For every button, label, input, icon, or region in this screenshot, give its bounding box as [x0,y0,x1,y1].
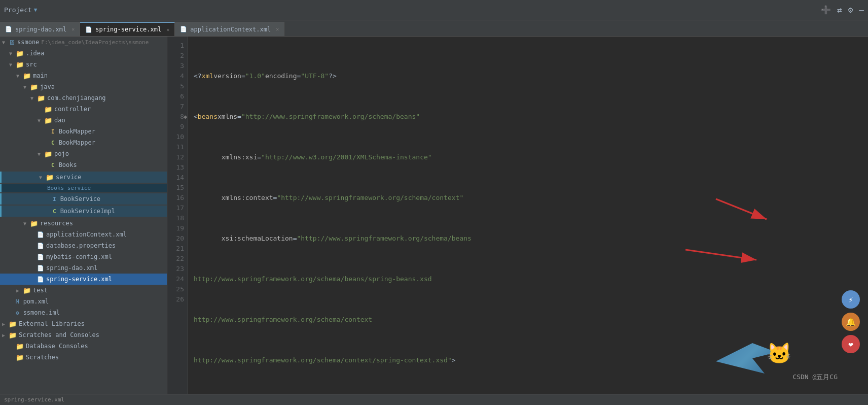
line-numbers: 1 2 3 4 5 6 7 8 9 10 11 12 13 14 15 16 1… [167,37,188,394]
sidebar-item-bookmapper-iface[interactable]: ▶ I BookMapper [0,126,167,137]
action-btn-2[interactable]: 🔔 [842,313,860,331]
com-folder-icon: 📁 [37,94,45,102]
tab-spring-dao[interactable]: 📄 spring-dao.xml ✕ [0,22,80,36]
code-line-8: http://www.springframework.org/schema/co… [194,355,862,365]
books-service-banner: Books service [0,184,167,192]
tabs-bar: 📄 spring-dao.xml ✕ 📄 spring-service.xml … [0,20,868,37]
status-text: spring-service.xml [4,396,64,403]
sidebar-item-iml[interactable]: ▶ ⚙ ssmone.iml [0,307,167,318]
csdn-watermark: CSDN @五月CG [792,373,838,382]
tab-spring-service-close[interactable]: ✕ [166,27,169,32]
sidebar-item-pojo[interactable]: ▼ 📁 pojo [0,148,167,159]
bm2-icon: C [51,140,55,146]
db-icon: 📄 [37,243,44,249]
mb-label: mybatis-config.xml [46,253,112,260]
com-arrow: ▼ [30,95,35,101]
sidebar-item-java[interactable]: ▼ 📁 java [0,81,167,92]
sidebar-item-springdao[interactable]: ▶ 📄 spring-dao.xml [0,262,167,274]
s-icon: 📁 [16,354,24,361]
tab-app-context-icon: 📄 [180,26,187,32]
service-arrow: ▼ [39,175,44,180]
tab-app-context[interactable]: 📄 applicationContext.xml ✕ [175,22,284,36]
dao-label: dao [54,117,65,124]
dao-folder-icon: 📁 [44,117,52,124]
sidebar-item-src[interactable]: ▼ 📁 src [0,59,167,70]
tab-spring-service[interactable]: 📄 spring-service.xml ✕ [80,22,175,36]
bs-label: BookService [60,195,100,203]
sidebar-item-dao[interactable]: ▼ 📁 dao [0,115,167,126]
sidebar-item-controller[interactable]: ▶ 📁 controller [0,104,167,115]
code-line-3: xmlns:xsi="http://www.w3.org/2001/XMLSch… [194,152,862,162]
sidebar-item-bookserviceimpl[interactable]: ▶ C BookServiceImpl [0,206,167,217]
tab-app-context-label: applicationContext.xml [190,26,271,33]
main-folder-icon: 📁 [23,72,31,80]
pom-icon: M [16,298,19,305]
sidebar-item-mybatis[interactable]: ▶ 📄 mybatis-config.xml [0,251,167,262]
dao-arrow: ▼ [38,118,43,123]
ss-icon: 📄 [37,276,44,283]
sync-icon[interactable]: ⇄ [837,5,842,15]
minimize-icon[interactable]: — [859,5,864,15]
tab-spring-service-icon: 📄 [85,26,92,33]
iml-label: ssmone.iml [23,309,60,316]
code-area[interactable]: <?xml version="1.0" encoding="UTF-8"?> ◆… [188,37,868,394]
sidebar-item-service[interactable]: ▼ 📁 service [0,172,167,183]
add-icon[interactable]: ➕ [821,5,831,15]
csdn-text: CSDN @五月CG [792,373,838,381]
sidebar-item-com[interactable]: ▼ 📁 com.chenjiangang [0,92,167,104]
s-label: Scratches [26,354,59,361]
sidebar-item-idea[interactable]: ▼ 📁 .idea [0,48,167,59]
root-path: F:\idea_code\IdeaProjects\ssmone [41,39,149,46]
sc-label: Scratches and Consoles [19,331,99,339]
bs-icon: I [53,196,56,203]
test-arrow: ▶ [16,288,21,293]
sidebar-item-database[interactable]: ▶ 📄 database.properties [0,240,167,251]
resources-folder-icon: 📁 [30,220,38,227]
resources-arrow: ▼ [23,221,28,226]
sidebar-item-extlibs[interactable]: ▶ 📁 External Libraries [0,318,167,329]
sidebar: ▼ 🖥 ssmone F:\idea_code\IdeaProjects\ssm… [0,37,167,394]
sidebar-item-scratches-consoles[interactable]: ▶ 📁 Scratches and Consoles [0,329,167,341]
main-label: main [33,72,48,79]
sidebar-item-appcontext[interactable]: ▶ 📄 applicationContext.xml [0,229,167,240]
sidebar-item-springservice[interactable]: ▶ 📄 spring-service.xml [0,274,167,285]
pom-label: pom.xml [23,298,49,305]
action-btn-1[interactable]: ⚡ [842,290,860,309]
bm2-label: BookMapper [59,139,95,146]
sidebar-root[interactable]: ▼ 🖥 ssmone F:\idea_code\IdeaProjects\ssm… [0,37,167,48]
sidebar-item-bookservice[interactable]: ▶ I BookService [0,193,167,205]
sidebar-item-db-consoles[interactable]: ▶ 📁 Database Consoles [0,341,167,352]
dbc-icon: 📁 [16,343,24,350]
sidebar-item-main[interactable]: ▼ 📁 main [0,70,167,81]
code-line-4: xmlns:context="http://www.springframewor… [194,193,862,203]
sidebar-item-scratches[interactable]: ▶ 📁 Scratches [0,352,167,363]
gutter-marker-2: ◆ [184,112,187,122]
controller-folder-icon: 📁 [44,106,52,113]
test-folder-icon: 📁 [23,287,31,294]
sidebar-item-books[interactable]: ▶ C Books [0,159,167,171]
sidebar-item-test[interactable]: ▶ 📁 test [0,285,167,296]
idea-arrow: ▼ [9,51,14,56]
sc-icon: 📁 [9,331,17,339]
extlibs-icon: 📁 [9,320,17,328]
service-label: service [56,174,82,181]
editor[interactable]: 1 2 3 4 5 6 7 8 9 10 11 12 13 14 15 16 1… [167,37,868,394]
tab-spring-dao-close[interactable]: ✕ [71,26,75,32]
settings-icon[interactable]: ⚙ [848,5,853,15]
controller-label: controller [54,106,91,113]
status-bar: spring-service.xml [0,394,868,405]
tab-spring-dao-icon: 📄 [5,26,12,32]
tab-app-context-close[interactable]: ✕ [276,26,279,32]
project-dropdown[interactable]: Project ▼ [4,6,37,14]
idea-folder-icon: 📁 [16,50,24,57]
ss-label: spring-service.xml [46,276,112,283]
sidebar-item-bookmapper-class[interactable]: ▶ C BookMapper [0,137,167,148]
ac-icon: 📄 [37,231,44,238]
action-btn-3[interactable]: ❤ [842,335,860,353]
iml-icon: ⚙ [16,310,19,316]
sidebar-item-pom[interactable]: ▶ M pom.xml [0,296,167,307]
code-line-6: http://www.springframework.org/schema/be… [194,274,862,284]
sidebar-item-resources[interactable]: ▼ 📁 resources [0,218,167,229]
bsi-icon: C [53,208,56,215]
service-folder-icon: 📁 [46,174,54,181]
